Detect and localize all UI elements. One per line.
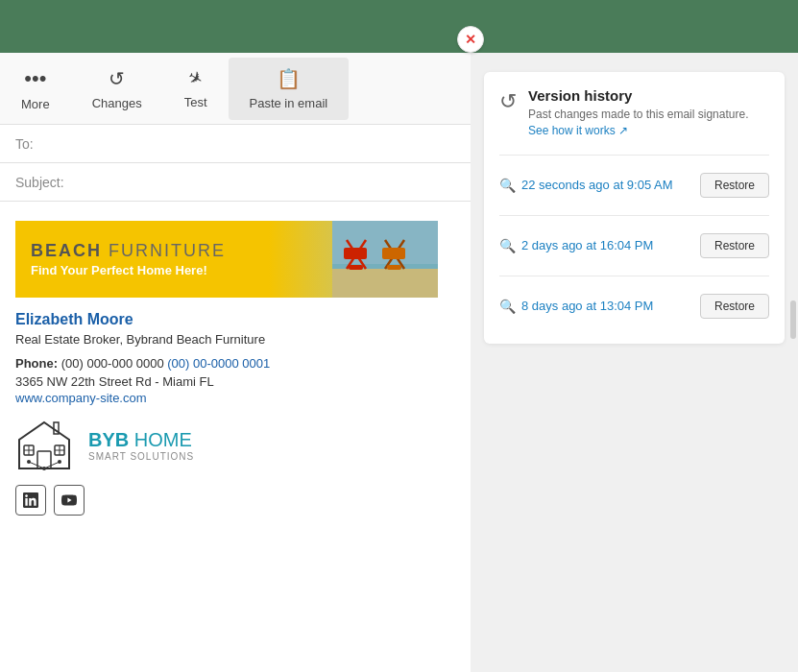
- toolbar-item-paste[interactable]: 📋 Paste in email: [229, 58, 350, 120]
- time-text-1: 2 days ago at 16:04 PM: [521, 238, 653, 252]
- time-icon-2: 🔍: [499, 299, 516, 314]
- byb-text: BYB HOME SMART SOLUTIONS: [88, 429, 194, 462]
- signature-area: BEACH FURNITURE Find Your Perfect Home H…: [0, 202, 471, 672]
- linkedin-button[interactable]: [15, 485, 46, 516]
- see-how-link[interactable]: See how it works ↗: [528, 124, 628, 137]
- house-icon: [15, 419, 73, 471]
- youtube-icon: [61, 492, 77, 508]
- signature-address: 3365 NW 22th Street Rd - Miami FL: [15, 374, 455, 389]
- version-time-2: 🔍 8 days ago at 13:04 PM: [499, 299, 653, 314]
- toolbar-label-paste: Paste in email: [250, 96, 328, 110]
- signature-website[interactable]: www.company-site.com: [15, 391, 455, 405]
- toolbar: ••• More ↺ Changes ✈ Test 📋 Paste in ema…: [0, 53, 471, 125]
- close-icon: ✕: [465, 32, 476, 47]
- version-time-1: 🔍 2 days ago at 16:04 PM: [499, 238, 653, 253]
- version-history-panel: ↺ Version history Past changes made to t…: [484, 72, 785, 344]
- to-label: To:: [15, 136, 68, 152]
- banner-text: BEACH FURNITURE Find Your Perfect Home H…: [15, 231, 332, 287]
- svg-rect-12: [54, 422, 59, 434]
- svg-line-24: [44, 462, 60, 468]
- more-icon: •••: [24, 66, 46, 91]
- restore-button-0[interactable]: Restore: [700, 173, 769, 198]
- banner-subtitle: Find Your Perfect Home Here!: [31, 263, 317, 277]
- svg-rect-2: [332, 269, 438, 298]
- byb-brand: BYB HOME: [88, 429, 194, 451]
- svg-line-23: [29, 462, 44, 468]
- version-header-text: Version history Past changes made to thi…: [528, 87, 769, 139]
- to-field: To:: [0, 125, 471, 163]
- version-entry-0: 🔍 22 seconds ago at 9:05 AM Restore: [499, 163, 769, 207]
- toolbar-label-more: More: [21, 97, 50, 111]
- changes-icon: ↺: [109, 67, 125, 90]
- svg-rect-10: [387, 265, 401, 270]
- version-desc: Past changes made to this email signatur…: [528, 107, 769, 139]
- youtube-button[interactable]: [54, 485, 85, 516]
- signature-role: Real Estate Broker, Bybrand Beach Furnit…: [15, 332, 455, 347]
- toolbar-item-changes[interactable]: ↺ Changes: [71, 58, 163, 120]
- byb-bold: BYB: [88, 429, 129, 450]
- version-desc-text: Past changes made to this email signatur…: [528, 108, 748, 121]
- svg-rect-9: [382, 248, 405, 259]
- subject-field: Subject:: [0, 163, 471, 202]
- time-text-2: 8 days ago at 13:04 PM: [521, 299, 653, 313]
- right-panel: ✕ ↺ Version history Past changes made to…: [471, 53, 798, 672]
- banner-title-light: FURNITURE: [102, 241, 226, 260]
- signature-phone: Phone: (00) 000-000 0000 (00) 00-0000 00…: [15, 356, 455, 371]
- beach-image-svg: [332, 221, 438, 298]
- restore-button-1[interactable]: Restore: [700, 233, 769, 258]
- toolbar-item-test[interactable]: ✈ Test: [163, 59, 229, 119]
- svg-rect-0: [332, 221, 438, 269]
- paste-icon: 📋: [277, 67, 301, 90]
- banner: BEACH FURNITURE Find Your Perfect Home H…: [15, 221, 438, 298]
- toolbar-label-test: Test: [184, 95, 207, 109]
- byb-home: HOME: [129, 429, 192, 450]
- subject-label: Subject:: [15, 175, 68, 190]
- left-panel: ••• More ↺ Changes ✈ Test 📋 Paste in ema…: [0, 53, 471, 672]
- linkedin-icon: [23, 492, 38, 508]
- version-time-0: 🔍 22 seconds ago at 9:05 AM: [499, 178, 673, 193]
- banner-image: [332, 221, 438, 298]
- scroll-indicator: [790, 300, 796, 339]
- version-divider-1: [499, 155, 769, 156]
- version-entry-2: 🔍 8 days ago at 13:04 PM Restore: [499, 284, 769, 328]
- version-divider-2: [499, 215, 769, 216]
- social-icons: [15, 485, 455, 516]
- byb-subtitle: SMART SOLUTIONS: [88, 451, 194, 462]
- version-history-icon: ↺: [499, 89, 517, 114]
- time-icon-1: 🔍: [499, 238, 516, 253]
- toolbar-label-changes: Changes: [92, 96, 142, 110]
- version-divider-3: [499, 276, 769, 276]
- signature-name: Elizabeth Moore: [15, 311, 455, 328]
- version-title: Version history: [528, 87, 769, 104]
- banner-title: BEACH FURNITURE: [31, 241, 317, 261]
- byb-area: BYB HOME SMART SOLUTIONS: [15, 419, 455, 471]
- svg-rect-13: [37, 451, 51, 468]
- restore-button-2[interactable]: Restore: [700, 294, 769, 319]
- version-entry-1: 🔍 2 days ago at 16:04 PM Restore: [499, 224, 769, 268]
- banner-title-bold: BEACH: [31, 241, 102, 260]
- version-header: ↺ Version history Past changes made to t…: [499, 87, 769, 139]
- time-icon-0: 🔍: [499, 178, 516, 193]
- svg-rect-6: [349, 265, 363, 270]
- test-icon: ✈: [184, 65, 207, 91]
- main-area: ••• More ↺ Changes ✈ Test 📋 Paste in ema…: [0, 53, 798, 672]
- time-text-0: 22 seconds ago at 9:05 AM: [521, 178, 673, 192]
- toolbar-item-more[interactable]: ••• More: [0, 57, 71, 121]
- close-button[interactable]: ✕: [457, 26, 484, 53]
- top-bar: [0, 0, 798, 53]
- svg-rect-5: [344, 248, 367, 259]
